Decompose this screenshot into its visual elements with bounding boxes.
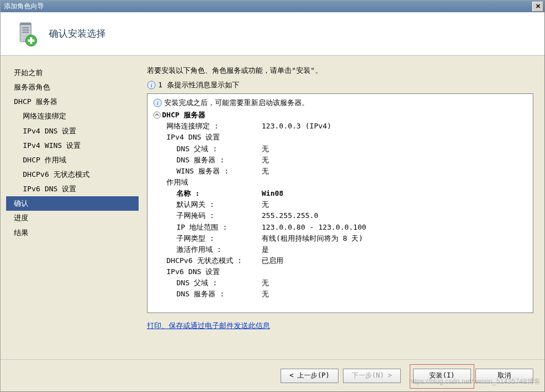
window-title: 添加角色向导 xyxy=(4,2,44,11)
detail-label: 默认网关 : xyxy=(153,199,262,210)
detail-row: 名称 :Win08 xyxy=(153,188,527,199)
detail-label: IPv4 DNS 设置 xyxy=(153,132,262,143)
sidebar-item-4[interactable]: IPv4 DNS 设置 xyxy=(6,124,139,138)
warn-line: i 安装完成之后，可能需要重新启动该服务器。 xyxy=(153,97,527,108)
detail-row: DNS 服务器 :无 xyxy=(153,155,527,166)
detail-value: 123.0.0.80 - 123.0.0.100 xyxy=(262,222,366,233)
detail-value: 无 xyxy=(262,166,269,177)
detail-label: IPv6 DNS 设置 xyxy=(153,266,262,277)
collapse-icon[interactable] xyxy=(153,111,161,119)
detail-label: DNS 父域 : xyxy=(153,143,262,155)
detail-row: IPv6 DNS 设置 xyxy=(153,266,527,277)
sidebar-item-1[interactable]: 服务器角色 xyxy=(6,80,139,95)
detail-label: 子网类型 : xyxy=(153,233,262,244)
window-body: 确认安装选择 开始之前服务器角色DHCP 服务器网络连接绑定IPv4 DNS 设… xyxy=(0,12,545,392)
detail-label: 激活作用域 : xyxy=(153,244,262,255)
main-area: 开始之前服务器角色DHCP 服务器网络连接绑定IPv4 DNS 设置IPv4 W… xyxy=(1,56,544,356)
detail-row: 默认网关 :无 xyxy=(153,199,527,210)
detail-row: 作用域 xyxy=(153,177,527,188)
sidebar-item-5[interactable]: IPv4 WINS 设置 xyxy=(6,138,139,153)
sidebar-item-7[interactable]: DHCPv6 无状态模式 xyxy=(6,167,139,182)
detail-label: 名称 : xyxy=(153,188,262,199)
detail-row: DNS 父域 :无 xyxy=(153,277,527,289)
sidebar-item-0[interactable]: 开始之前 xyxy=(6,66,139,80)
detail-row: 网络连接绑定 :123.0.0.3 (IPv4) xyxy=(153,121,527,132)
detail-label: DNS 父域 : xyxy=(153,277,262,289)
close-icon: ✕ xyxy=(536,3,541,10)
warn-line-text: 安装完成之后，可能需要重新启动该服务器。 xyxy=(164,97,309,108)
svg-text:i: i xyxy=(150,82,152,88)
detail-value: 255.255.255.0 xyxy=(262,210,318,221)
detail-value: 是 xyxy=(262,244,269,255)
detail-value: 123.0.0.3 (IPv4) xyxy=(262,121,331,132)
sidebar-item-3[interactable]: 网络连接绑定 xyxy=(6,109,139,123)
detail-label: 作用域 xyxy=(153,177,262,188)
svg-rect-3 xyxy=(22,29,29,31)
detail-row: 激活作用域 :是 xyxy=(153,244,527,255)
detail-value: 无 xyxy=(262,277,269,289)
info-icon: i xyxy=(153,98,162,107)
section-title: DHCP 服务器 xyxy=(162,110,205,121)
detail-value: 无 xyxy=(262,289,269,300)
detail-row: IPv4 DNS 设置 xyxy=(153,132,527,143)
sidebar-item-8[interactable]: IPv6 DNS 设置 xyxy=(6,182,139,196)
wizard-header: 确认安装选择 xyxy=(1,12,544,56)
detail-value: 已启用 xyxy=(262,255,283,266)
details-rows: 网络连接绑定 :123.0.0.3 (IPv4)IPv4 DNS 设置DNS 父… xyxy=(153,121,527,300)
detail-row: 子网掩码 :255.255.255.0 xyxy=(153,210,527,221)
info-icon: i xyxy=(147,81,156,90)
detail-row: 子网类型 :有线(租用持续时间将为 8 天) xyxy=(153,233,527,244)
export-info-link[interactable]: 打印、保存或通过电子邮件发送此信息 xyxy=(147,321,533,331)
wizard-icon xyxy=(14,21,38,47)
svg-rect-1 xyxy=(20,23,31,25)
page-title: 确认安装选择 xyxy=(49,27,106,40)
close-button[interactable]: ✕ xyxy=(532,2,543,12)
sidebar-item-11[interactable]: 结果 xyxy=(6,226,139,240)
svg-rect-7 xyxy=(28,39,35,42)
svg-point-12 xyxy=(154,112,160,118)
detail-row: IP 地址范围 :123.0.0.80 - 123.0.0.100 xyxy=(153,222,527,233)
sidebar: 开始之前服务器角色DHCP 服务器网络连接绑定IPv4 DNS 设置IPv4 W… xyxy=(6,61,139,356)
cancel-button[interactable]: 取消 xyxy=(475,369,533,383)
detail-row: WINS 服务器 :无 xyxy=(153,166,527,177)
detail-label: IP 地址范围 : xyxy=(153,222,262,233)
detail-value: 有线(租用持续时间将为 8 天) xyxy=(262,233,363,244)
detail-label: DNS 服务器 : xyxy=(153,289,262,300)
detail-label: WINS 服务器 : xyxy=(153,166,262,177)
detail-label: 子网掩码 : xyxy=(153,210,262,221)
section-header: DHCP 服务器 xyxy=(153,110,527,121)
sidebar-item-10[interactable]: 进度 xyxy=(6,211,139,225)
intro-text: 若要安装以下角色、角色服务或功能，请单击"安装"。 xyxy=(147,66,533,76)
button-row: < 上一步(P) 下一步(N) > 安装(I) 取消 xyxy=(1,359,544,391)
next-button: 下一步(N) > xyxy=(343,369,401,383)
svg-text:i: i xyxy=(156,100,158,106)
detail-value: 无 xyxy=(262,155,269,166)
back-button[interactable]: < 上一步(P) xyxy=(281,369,338,383)
detail-row: DHCPv6 无状态模式 :已启用 xyxy=(153,255,527,266)
detail-value: 无 xyxy=(262,199,269,210)
sidebar-item-2[interactable]: DHCP 服务器 xyxy=(6,95,139,109)
svg-rect-4 xyxy=(22,32,29,33)
install-button[interactable]: 安装(I) xyxy=(413,369,471,383)
detail-row: DNS 服务器 :无 xyxy=(153,289,527,300)
details-box: i 安装完成之后，可能需要重新启动该服务器。 DHCP 服务器 网络连接绑定 :… xyxy=(147,93,533,313)
detail-value: Win08 xyxy=(262,188,283,199)
sidebar-item-6[interactable]: DHCP 作用域 xyxy=(6,153,139,167)
info-line-text: 1 条提示性消息显示如下 xyxy=(158,80,239,90)
titlebar: 添加角色向导 ✕ xyxy=(0,0,545,12)
detail-label: 网络连接绑定 : xyxy=(153,121,262,132)
svg-rect-2 xyxy=(22,27,29,28)
detail-label: DHCPv6 无状态模式 : xyxy=(153,255,262,266)
sidebar-item-9[interactable]: 确认 xyxy=(6,196,139,211)
detail-row: DNS 父域 :无 xyxy=(153,143,527,155)
detail-value: 无 xyxy=(262,143,269,155)
detail-label: DNS 服务器 : xyxy=(153,155,262,166)
info-line: i 1 条提示性消息显示如下 xyxy=(147,80,533,90)
content: 若要安装以下角色、角色服务或功能，请单击"安装"。 i 1 条提示性消息显示如下… xyxy=(139,61,539,356)
